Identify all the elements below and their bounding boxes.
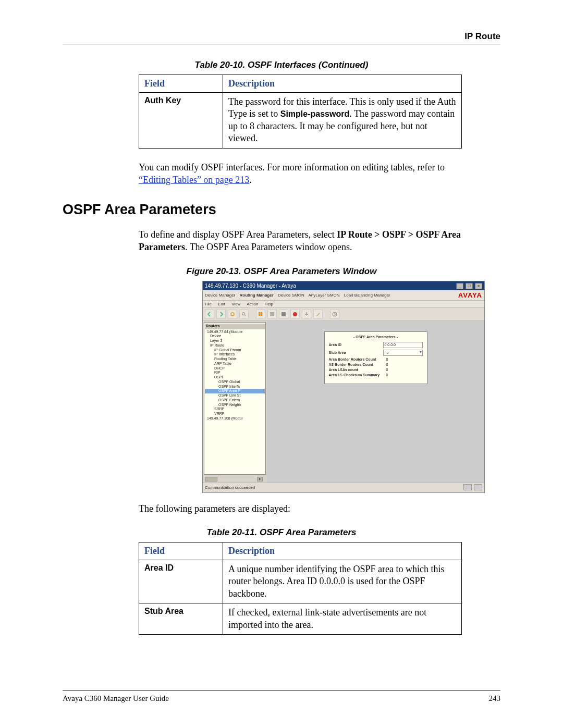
- tab-device-manager[interactable]: Device Manager: [205, 293, 235, 298]
- tree-item[interactable]: ARP Table: [205, 362, 265, 366]
- footer-left: Avaya C360 Manager User Guide: [63, 694, 169, 703]
- status-icons: [462, 484, 482, 491]
- scrollbar-thumb[interactable]: [205, 477, 217, 482]
- stop-icon[interactable]: [290, 310, 300, 319]
- paragraph-define: To define and display OSPF Area Paramete…: [139, 228, 472, 254]
- panel-label: AS Border Routers Count: [329, 363, 373, 366]
- table-row: Auth Key The password for this interface…: [139, 93, 462, 149]
- tree-item[interactable]: OSPF Interfa: [205, 385, 265, 389]
- download-icon[interactable]: [302, 310, 311, 319]
- tree-item[interactable]: DHCP: [205, 366, 265, 371]
- table-2011-row-field: Area ID: [139, 560, 223, 603]
- tree-item[interactable]: Layer 3: [205, 339, 265, 343]
- menu-help[interactable]: Help: [265, 302, 273, 306]
- save-icon[interactable]: [279, 310, 288, 319]
- tree-item[interactable]: IP Interfaces: [205, 352, 265, 357]
- window-buttons: _ □ ×: [456, 282, 482, 289]
- tree-item[interactable]: OSPF Global: [205, 380, 265, 385]
- status-icon: [474, 484, 482, 490]
- tree-item[interactable]: OSPF Extern: [205, 398, 265, 403]
- menu-file[interactable]: File: [205, 302, 212, 306]
- tree-scrollbar[interactable]: ▸: [204, 476, 264, 482]
- svg-point-0: [231, 313, 234, 316]
- toolbar: ?: [203, 308, 484, 321]
- svg-rect-5: [259, 314, 260, 316]
- tree-item[interactable]: OSPF Link St: [205, 393, 265, 398]
- tree-item[interactable]: IP Global Param: [205, 348, 265, 353]
- help-icon[interactable]: ?: [330, 310, 339, 319]
- panel-dropdown[interactable]: no: [383, 350, 423, 356]
- tree-item[interactable]: Device: [205, 334, 265, 339]
- tab-routing-manager[interactable]: Routing Manager: [239, 293, 273, 298]
- table-2010-row-field: Auth Key: [139, 93, 223, 149]
- panel-input[interactable]: 0.0.0.0: [383, 342, 423, 348]
- minimize-button[interactable]: _: [456, 283, 463, 289]
- edit-icon[interactable]: [313, 310, 323, 319]
- link-editing-tables[interactable]: “Editing Tables” on page 213: [139, 175, 249, 185]
- tree-header: Routers: [205, 324, 265, 329]
- page-header-section: IP Route: [63, 31, 500, 42]
- top-rule: [63, 44, 500, 44]
- text: To define and display OSPF Area Paramete…: [139, 229, 337, 240]
- screenshot-window: 149.49.77.130 - C360 Manager - Avaya _ □…: [202, 281, 484, 493]
- avaya-logo: AVAYA: [458, 291, 482, 299]
- tree-item[interactable]: 149.49.77.84 (Module: [205, 330, 265, 335]
- panel-label: Area ID: [329, 343, 342, 347]
- menu-action[interactable]: Action: [247, 302, 258, 306]
- table-2011-head-field: Field: [139, 542, 223, 560]
- panel-value: 0: [386, 368, 423, 372]
- tab-device-smon[interactable]: Device SMON: [278, 293, 304, 298]
- panel-row: Area LSAs count0: [329, 368, 423, 372]
- footer-page-number: 243: [489, 694, 501, 703]
- svg-rect-3: [259, 312, 260, 314]
- tree-item-selected[interactable]: OSPF Area P: [205, 389, 265, 393]
- panels-icon[interactable]: [267, 310, 277, 319]
- panel-value: 0: [386, 363, 423, 366]
- panel-title: - OSPF Area Parameters -: [329, 335, 423, 339]
- panel-row: Stub Areano: [329, 350, 423, 356]
- status-text: Communication succeeded: [205, 485, 255, 490]
- tree-item[interactable]: SRRP: [205, 407, 265, 412]
- tree-item[interactable]: 149.49.77.108 (Modul: [205, 416, 265, 421]
- tab-anylayer-smon[interactable]: AnyLayer SMON: [309, 293, 340, 298]
- table-2010-caption: Table 20-10. OSPF Interfaces (Continued): [63, 60, 500, 70]
- tree-item[interactable]: OSPF: [205, 375, 265, 380]
- nav-tree[interactable]: Routers149.49.77.84 (ModuleDeviceLayer 3…: [204, 322, 266, 475]
- search-icon[interactable]: [239, 310, 249, 319]
- statusbar: Communication succeeded: [203, 483, 484, 492]
- tree-item[interactable]: RIP: [205, 371, 265, 375]
- menu-edit[interactable]: Edit: [218, 302, 225, 306]
- table-2011: Field Description Area ID A unique numbe…: [139, 542, 462, 635]
- tabbar: Device Manager Routing Manager Device SM…: [203, 290, 484, 301]
- tree-item[interactable]: VRRP: [205, 412, 265, 416]
- tree-item[interactable]: IP Route: [205, 343, 265, 348]
- forward-icon[interactable]: [216, 310, 226, 319]
- menu-view[interactable]: View: [231, 302, 240, 306]
- refresh-icon[interactable]: [228, 310, 237, 319]
- svg-point-10: [293, 312, 297, 316]
- panel-label: Area LS Checksum Summary: [329, 373, 380, 377]
- text: .: [249, 175, 252, 185]
- page-footer: Avaya C360 Manager User Guide 243: [63, 694, 500, 703]
- table-2011-caption: Table 20-11. OSPF Area Parameters: [63, 527, 500, 538]
- app-window: 149.49.77.130 - C360 Manager - Avaya _ □…: [202, 281, 485, 493]
- svg-rect-6: [261, 314, 262, 316]
- table-2010-row-desc: The password for this interface. This is…: [223, 93, 462, 149]
- table-2010-head-field: Field: [139, 75, 223, 93]
- back-icon[interactable]: [205, 310, 214, 319]
- scroll-right-icon[interactable]: ▸: [257, 477, 263, 482]
- tab-load-balancing[interactable]: Load Balancing Manager: [344, 293, 390, 298]
- maximize-button[interactable]: □: [466, 283, 473, 289]
- window-title: 149.49.77.130 - C360 Manager - Avaya: [205, 283, 296, 289]
- panel-row: Area Border Routers Count0: [329, 357, 423, 361]
- tree-item[interactable]: Routing Table: [205, 357, 265, 362]
- grid-icon[interactable]: [256, 310, 265, 319]
- text: You can modify OSPF interfaces. For more…: [139, 162, 445, 172]
- table-row: Area ID A unique number identifying the …: [139, 560, 462, 603]
- panel-row: AS Border Routers Count0: [329, 363, 423, 366]
- svg-rect-9: [282, 312, 286, 316]
- tree-item[interactable]: OSPF Neighb: [205, 403, 265, 408]
- close-button[interactable]: ×: [475, 283, 482, 289]
- text-bold: Simple-password: [280, 109, 349, 118]
- panel-label: Area Border Routers Count: [329, 357, 376, 361]
